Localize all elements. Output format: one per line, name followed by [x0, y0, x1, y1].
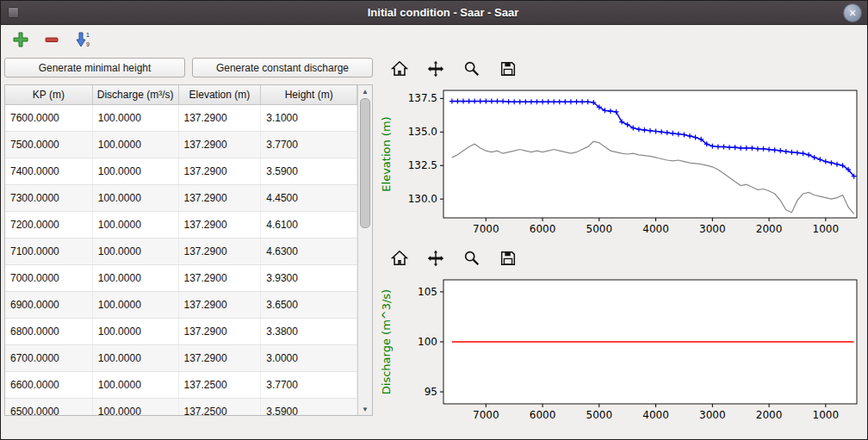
table-cell[interactable]: 3.0000	[261, 345, 357, 371]
save-button[interactable]	[497, 247, 519, 270]
table-cell[interactable]: 7400.0000	[5, 158, 93, 184]
table-row[interactable]: 6900.0000100.0000137.29003.6500	[5, 292, 357, 319]
table-cell[interactable]: 100.0000	[93, 185, 179, 211]
table-cell[interactable]: 3.1000	[261, 105, 357, 131]
table-cell[interactable]: 3.7700	[261, 372, 357, 398]
add-row-button[interactable]	[9, 28, 32, 51]
close-icon: ✕	[848, 9, 856, 18]
column-header[interactable]: Elevation (m)	[179, 85, 262, 104]
column-header[interactable]: Discharge (m³/s)	[93, 85, 179, 104]
zoom-button[interactable]	[461, 58, 483, 80]
table-cell[interactable]: 3.9300	[261, 265, 357, 291]
table-cell[interactable]: 100.0000	[93, 265, 179, 291]
table-cell[interactable]: 4.6300	[261, 239, 357, 264]
table-cell[interactable]: 4.6100	[261, 212, 357, 238]
table-row[interactable]: 7000.0000100.0000137.29003.9300	[5, 265, 357, 292]
table-cell[interactable]: 137.2900	[179, 185, 262, 211]
table-cell[interactable]: 7200.0000	[5, 212, 93, 238]
table-cell[interactable]: 100.0000	[93, 292, 179, 318]
table-cell[interactable]: 137.2900	[179, 158, 262, 184]
home-icon	[390, 249, 409, 268]
column-header[interactable]: KP (m)	[5, 85, 93, 104]
table-cell[interactable]: 100.0000	[93, 105, 179, 131]
table-cell[interactable]: 100.0000	[93, 132, 179, 158]
table-row[interactable]: 6700.0000100.0000137.29003.0000	[5, 345, 357, 372]
table-cell[interactable]: 3.3800	[261, 319, 357, 344]
table-cell[interactable]: 4.4500	[261, 185, 357, 211]
table-row[interactable]: 7600.0000100.0000137.29003.1000	[5, 105, 357, 132]
table-row[interactable]: 7500.0000100.0000137.29003.7700	[5, 132, 357, 158]
table-cell[interactable]: 6500.0000	[5, 399, 93, 415]
discharge-chart[interactable]: 700060005000400030002000100095100105Disc…	[376, 273, 865, 430]
table-cell[interactable]: 137.2900	[179, 292, 262, 318]
table-cell[interactable]: 137.2900	[179, 345, 262, 371]
zoom-button[interactable]	[461, 247, 483, 270]
scrollbar-thumb[interactable]	[360, 98, 370, 228]
table-cell[interactable]: 7500.0000	[5, 132, 93, 158]
pan-icon	[426, 59, 445, 78]
table-cell[interactable]: 3.6500	[261, 292, 357, 318]
table-cell[interactable]: 100.0000	[93, 319, 179, 344]
table-row[interactable]: 6600.0000100.0000137.25003.7700	[5, 372, 357, 399]
vertical-scrollbar[interactable]: ▲ ▼	[357, 85, 372, 415]
table-cell[interactable]: 3.7700	[261, 132, 357, 158]
table-cell[interactable]: 6700.0000	[5, 345, 93, 371]
table-row[interactable]: 7100.0000100.0000137.29004.6300	[5, 239, 357, 265]
table-cell[interactable]: 6800.0000	[5, 319, 93, 344]
table-cell[interactable]: 100.0000	[93, 372, 179, 398]
home-button[interactable]	[388, 58, 411, 80]
table-cell[interactable]: 100.0000	[93, 399, 179, 415]
window-title: Initial condition - Saar - Saar	[19, 6, 867, 19]
table-cell[interactable]: 7300.0000	[5, 185, 93, 211]
svg-text:5000: 5000	[586, 223, 613, 235]
main-toolbar: 1 9	[1, 25, 867, 54]
table-cell[interactable]: 137.2900	[179, 239, 262, 264]
elevation-chart[interactable]: 7000600050004000300020001000130.0132.513…	[376, 84, 865, 244]
close-button[interactable]: ✕	[843, 3, 862, 22]
table-cell[interactable]: 7100.0000	[5, 239, 93, 264]
save-icon	[499, 249, 518, 268]
table-cell[interactable]: 3.5900	[261, 399, 357, 415]
right-panel: 7000600050004000300020001000130.0132.513…	[375, 54, 867, 439]
table-row[interactable]: 7300.0000100.0000137.29004.4500	[5, 185, 357, 212]
generate-constant-discharge-button[interactable]: Generate constant discharge	[192, 58, 373, 77]
table-cell[interactable]: 100.0000	[93, 212, 179, 238]
svg-text:1000: 1000	[813, 409, 840, 421]
zoom-icon	[462, 59, 481, 78]
sort-button[interactable]: 1 9	[71, 28, 94, 51]
generate-minimal-height-button[interactable]: Generate minimal height	[4, 58, 185, 77]
scrollbar-track[interactable]	[358, 97, 372, 403]
table-cell[interactable]: 7600.0000	[5, 105, 93, 131]
pan-button[interactable]	[425, 247, 447, 270]
table-cell[interactable]: 137.2900	[179, 132, 262, 158]
table-row[interactable]: 6500.0000100.0000137.25003.5900	[5, 399, 357, 415]
scroll-down-icon[interactable]: ▼	[358, 403, 372, 415]
svg-text:95: 95	[425, 386, 437, 398]
add-icon	[12, 31, 29, 48]
svg-text:137.5: 137.5	[408, 92, 437, 104]
table-cell[interactable]: 7000.0000	[5, 265, 93, 291]
table-cell[interactable]: 137.2900	[179, 265, 262, 291]
table-cell[interactable]: 6900.0000	[5, 292, 93, 318]
column-header[interactable]: Height (m)	[261, 85, 357, 104]
svg-text:1: 1	[86, 32, 90, 38]
table-cell[interactable]: 137.2900	[179, 105, 262, 131]
table-row[interactable]: 6800.0000100.0000137.29003.3800	[5, 319, 357, 345]
table-row[interactable]: 7200.0000100.0000137.29004.6100	[5, 212, 357, 239]
pan-button[interactable]	[425, 58, 447, 80]
save-button[interactable]	[497, 58, 519, 80]
table-row[interactable]: 7400.0000100.0000137.29003.5900	[5, 158, 357, 185]
table-cell[interactable]: 137.2900	[179, 319, 262, 344]
table-cell[interactable]: 3.5900	[261, 158, 357, 184]
table-cell[interactable]: 137.2500	[179, 372, 262, 398]
table-cell[interactable]: 137.2500	[179, 399, 262, 415]
table-cell[interactable]: 100.0000	[93, 239, 179, 264]
table-cell[interactable]: 6600.0000	[5, 372, 93, 398]
home-button[interactable]	[388, 247, 411, 270]
table-cell[interactable]: 137.2900	[179, 212, 262, 238]
remove-row-button[interactable]	[40, 28, 63, 51]
save-icon	[499, 59, 518, 78]
table-cell[interactable]: 100.0000	[93, 345, 179, 371]
table-cell[interactable]: 100.0000	[93, 158, 179, 184]
scroll-up-icon[interactable]: ▲	[358, 85, 372, 97]
